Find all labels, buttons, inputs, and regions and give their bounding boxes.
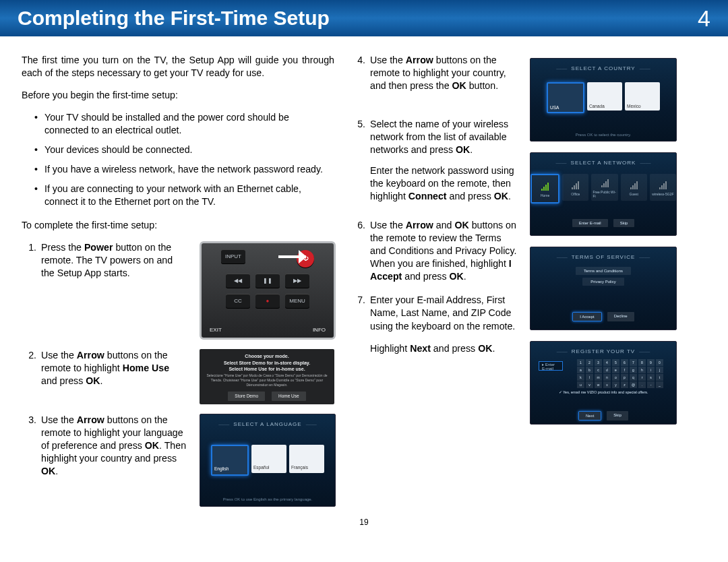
before-item: If you are connecting to your network wi… [44, 183, 334, 208]
country-canada: Canada [587, 82, 622, 111]
rewind-button: ◀◀ [226, 274, 250, 288]
right-column: Use the Arrow buttons on the remote to h… [351, 54, 712, 507]
input-button: INPUT [221, 250, 245, 263]
lang-french: Français [289, 445, 324, 473]
step-7: Enter your E-mail Address, First Name, L… [368, 294, 518, 354]
arrow-icon [278, 250, 309, 263]
info-label: INFO [313, 327, 326, 334]
before-item: If you have a wireless network, have the… [44, 163, 334, 176]
lang-english: English [211, 445, 249, 476]
chapter-header: Completing the First-Time Setup 4 [0, 0, 728, 36]
lang-spanish: Español [251, 445, 286, 473]
steps-list-left-2: Use the Arrow buttons on the remote to h… [22, 349, 187, 398]
step-1: Press the Power button on the remote. Th… [39, 241, 187, 280]
page-content: The first time you turn on the TV, the S… [0, 36, 728, 513]
before-lead: Before you begin the first-time setup: [22, 89, 334, 102]
chapter-number: 4 [698, 5, 710, 32]
intro-paragraph: The first time you turn on the TV, the S… [22, 54, 334, 80]
steps-list-right: Use the Arrow buttons on the remote to h… [351, 54, 518, 355]
store-demo-button: Store Demo [228, 392, 265, 402]
before-list: Your TV should be installed and the powe… [22, 111, 334, 208]
language-image: SELECT A LANGUAGE English Español França… [200, 414, 334, 507]
steps-list-left-3: Use the Arrow buttons on the remote to h… [22, 414, 187, 489]
before-item: Your TV should be installed and the powe… [44, 111, 334, 137]
step-6: Use the Arrow and OK buttons on the remo… [368, 219, 518, 283]
page-number: 19 [0, 518, 728, 527]
step-5: Select the name of your wireless network… [368, 118, 518, 203]
step-2: Use the Arrow buttons on the remote to h… [39, 349, 187, 387]
country-usa: USA [547, 82, 584, 113]
country-image: SELECT A COUNTRY USA Canada Mexico Press… [530, 58, 677, 142]
step-4: Use the Arrow buttons on the remote to h… [368, 54, 518, 92]
before-item: Your devices should be connected. [44, 144, 334, 156]
register-image: REGISTER YOUR TV ▸ Enter E-mail 12345678… [530, 341, 677, 425]
country-mexico: Mexico [625, 82, 660, 111]
step-3: Use the Arrow buttons on the remote to h… [39, 414, 187, 478]
exit-label: EXIT [210, 327, 222, 334]
rec-button: ● [255, 294, 280, 308]
to-complete-lead: To complete the first-time setup: [22, 219, 334, 232]
network-image: SELECT A NETWORK Home Office Free Public… [530, 152, 677, 236]
ff-button: ▶▶ [285, 274, 309, 288]
network-home: Home [530, 174, 559, 204]
menu-button: MENU [285, 294, 309, 308]
remote-image: INPUT ⏻ ◀◀ ❚❚ ▶▶ CC ● MENU EXIT [200, 241, 334, 340]
mode-image: Choose your mode. Select Store Demo for … [200, 349, 334, 404]
chapter-title: Completing the First-Time Setup [18, 7, 330, 30]
steps-list-left: Press the Power button on the remote. Th… [22, 241, 187, 290]
pause-button: ❚❚ [255, 274, 280, 288]
home-use-button: Home Use [272, 392, 306, 402]
left-column: The first time you turn on the TV, the S… [22, 54, 334, 507]
tos-image: TERMS OF SERVICE Terms and Conditions Pr… [530, 247, 677, 330]
cc-button: CC [226, 294, 250, 308]
bold-power: Power [84, 242, 113, 253]
